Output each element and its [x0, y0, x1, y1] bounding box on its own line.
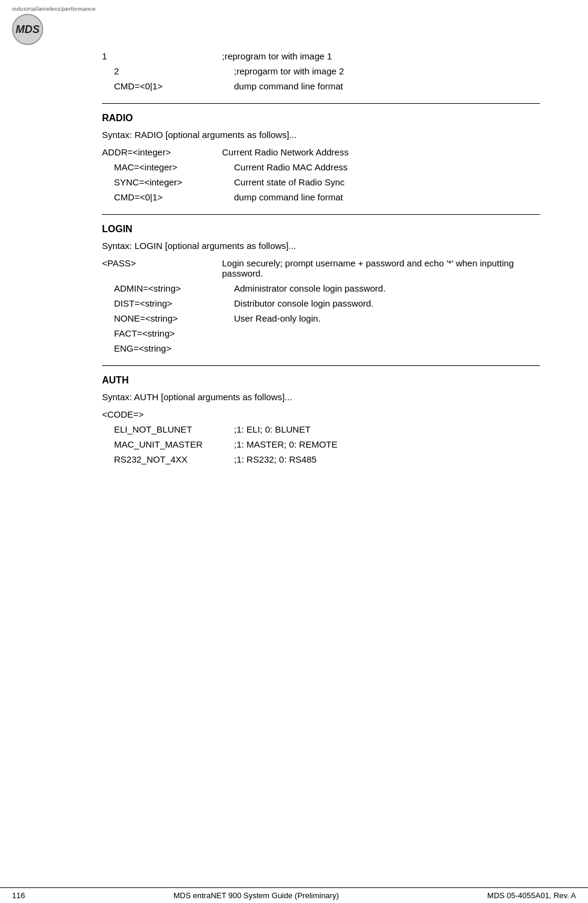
radio-title: RADIO — [102, 113, 540, 124]
param-name-mac-unit: MAC_UNIT_MASTER — [114, 439, 234, 449]
param-desc: ;reprogram tor with image 1 — [222, 51, 540, 61]
param-row-none: NONE=<string> User Read-only login. — [102, 313, 540, 323]
param-row-eli: ELI_NOT_BLUNET ;1: ELI; 0: BLUNET — [102, 424, 540, 434]
param-row-mac: MAC=<integer> Current Radio MAC Address — [102, 162, 540, 172]
param-row-cmd-radio: CMD=<0|1> dump command line format — [102, 192, 540, 202]
auth-syntax: Syntax: AUTH [optional arguments as foll… — [102, 392, 540, 402]
top-params-section: 1 ;reprogram tor with image 1 2 ;reproga… — [102, 51, 540, 91]
param-name-mac: MAC=<integer> — [114, 162, 234, 172]
footer: 116 MDS entraNET 900 System Guide (Preli… — [0, 887, 588, 903]
param-name-sync: SYNC=<integer> — [114, 177, 234, 187]
param-desc-pass: Login securely; prompt username + passwo… — [222, 258, 540, 278]
logo-area: industrial/wireless/performance MDS — [12, 6, 96, 45]
param-name-dist: DIST=<string> — [114, 298, 234, 308]
logo-text: MDS — [16, 23, 40, 36]
login-title: LOGIN — [102, 224, 540, 235]
radio-syntax: Syntax: RADIO [optional arguments as fol… — [102, 130, 540, 140]
param-name: CMD=<0|1> — [114, 81, 234, 91]
param-desc-eng — [234, 343, 540, 353]
section-auth: AUTH Syntax: AUTH [optional arguments as… — [102, 375, 540, 464]
param-name-none: NONE=<string> — [114, 313, 234, 323]
param-name-admin: ADMIN=<string> — [114, 283, 234, 293]
param-row-dist: DIST=<string> Distributor console login … — [102, 298, 540, 308]
section-radio: RADIO Syntax: RADIO [optional arguments … — [102, 113, 540, 202]
main-content: 1 ;reprogram tor with image 1 2 ;reproga… — [0, 45, 588, 464]
logo-circle: MDS — [12, 14, 43, 45]
logo-tagline: industrial/wireless/performance — [12, 6, 96, 12]
section-divider-radio — [102, 103, 540, 104]
param-desc-rs232: ;1: RS232; 0: RS485 — [234, 454, 540, 464]
footer-page-number: 116 — [12, 891, 25, 900]
param-name-fact: FACT=<string> — [114, 328, 234, 338]
param-row-sync: SYNC=<integer> Current state of Radio Sy… — [102, 177, 540, 187]
section-divider-login — [102, 214, 540, 215]
param-name-cmd-radio: CMD=<0|1> — [114, 192, 234, 202]
footer-right-text: MDS 05-4055A01, Rev. A — [487, 891, 576, 900]
param-name-addr: ADDR=<integer> — [102, 147, 222, 157]
param-name-eng: ENG=<string> — [114, 343, 234, 353]
param-desc: dump command line format — [234, 81, 540, 91]
section-divider-auth — [102, 365, 540, 366]
param-name-code: <CODE=> — [102, 409, 222, 419]
param-row-fact: FACT=<string> — [102, 328, 540, 338]
param-row-mac-unit: MAC_UNIT_MASTER ;1: MASTER; 0: REMOTE — [102, 439, 540, 449]
param-row-admin: ADMIN=<string> Administrator console log… — [102, 283, 540, 293]
param-desc-cmd-radio: dump command line format — [234, 192, 540, 202]
param-desc: ;reprogarm tor with image 2 — [234, 66, 540, 76]
param-desc-sync: Current state of Radio Sync — [234, 177, 540, 187]
param-row-code: <CODE=> — [102, 409, 540, 419]
param-name-rs232: RS232_NOT_4XX — [114, 454, 234, 464]
login-syntax: Syntax: LOGIN [optional arguments as fol… — [102, 241, 540, 251]
footer-center-text: MDS entraNET 900 System Guide (Prelimina… — [173, 891, 339, 900]
param-row-eng: ENG=<string> — [102, 343, 540, 353]
auth-title: AUTH — [102, 375, 540, 386]
param-name-pass: <PASS> — [102, 258, 222, 278]
section-login: LOGIN Syntax: LOGIN [optional arguments … — [102, 224, 540, 353]
param-desc-none: User Read-only login. — [234, 313, 540, 323]
param-row-pass: <PASS> Login securely; prompt username +… — [102, 258, 540, 278]
param-desc-fact — [234, 328, 540, 338]
param-row-rs232: RS232_NOT_4XX ;1: RS232; 0: RS485 — [102, 454, 540, 464]
param-row: CMD=<0|1> dump command line format — [102, 81, 540, 91]
param-desc-addr: Current Radio Network Address — [222, 147, 540, 157]
param-row: 1 ;reprogram tor with image 1 — [102, 51, 540, 61]
param-desc-mac: Current Radio MAC Address — [234, 162, 540, 172]
param-desc-mac-unit: ;1: MASTER; 0: REMOTE — [234, 439, 540, 449]
header: industrial/wireless/performance MDS — [0, 0, 588, 45]
param-name-eli: ELI_NOT_BLUNET — [114, 424, 234, 434]
param-name: 1 — [102, 51, 222, 61]
param-desc-code — [222, 409, 540, 419]
param-row: 2 ;reprogarm tor with image 2 — [102, 66, 540, 76]
param-row-addr: ADDR=<integer> Current Radio Network Add… — [102, 147, 540, 157]
param-desc-dist: Distributor console login password. — [234, 298, 540, 308]
param-name: 2 — [114, 66, 234, 76]
param-desc-admin: Administrator console login password. — [234, 283, 540, 293]
param-desc-eli: ;1: ELI; 0: BLUNET — [234, 424, 540, 434]
